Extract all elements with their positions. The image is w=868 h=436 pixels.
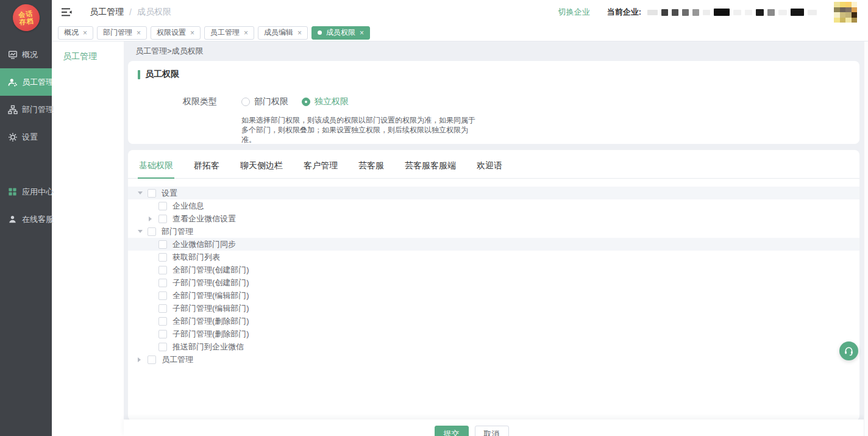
section-title: 员工权限: [145, 69, 179, 80]
breadcrumb-root[interactable]: 员工管理: [90, 7, 124, 18]
tree-row-all-dept-create[interactable]: 全部门管理(创建部门): [128, 263, 859, 276]
user-avatar[interactable]: [834, 2, 857, 23]
tab-chat-sidebar[interactable]: 聊天侧边栏: [239, 156, 284, 179]
caret-right-icon[interactable]: [149, 216, 158, 221]
sidebar-item-department-management[interactable]: 部门管理: [0, 96, 52, 123]
radio-selected-icon[interactable]: [302, 98, 310, 106]
sidebar-item-overview[interactable]: 概况: [0, 41, 52, 68]
checkbox[interactable]: [148, 356, 156, 364]
tab-group-expansion[interactable]: 群拓客: [193, 156, 221, 179]
tree-label: 子部门管理(编辑部门): [173, 303, 249, 314]
header-right: 切换企业 当前企业:: [558, 2, 857, 23]
page-tab-member-permission[interactable]: 成员权限 ×: [311, 26, 370, 40]
caret-right-icon[interactable]: [138, 357, 148, 362]
checkbox[interactable]: [158, 215, 167, 223]
dashboard-icon: [8, 50, 18, 60]
staff-icon: [8, 77, 18, 87]
tab-basic-permission[interactable]: 基础权限: [138, 156, 174, 179]
tree-row-settings[interactable]: 设置: [128, 187, 859, 199]
sidebar-item-label: 设置: [22, 132, 38, 143]
checkbox[interactable]: [158, 343, 167, 351]
tree-row-staff-management[interactable]: 员工管理: [128, 353, 859, 366]
checkbox[interactable]: [158, 266, 167, 274]
page-tab-permission-settings[interactable]: 权限设置 ×: [151, 26, 201, 40]
checkbox[interactable]: [158, 330, 167, 338]
page-tab-member-edit[interactable]: 成员编辑 ×: [258, 26, 308, 40]
checkbox[interactable]: [148, 189, 156, 198]
tree-row-push-dept-to-wecom[interactable]: 推送部门到企业微信: [128, 340, 859, 353]
tree-row-view-wecom-settings[interactable]: 查看企业微信设置: [128, 212, 859, 225]
submit-button[interactable]: 提交: [435, 426, 469, 436]
sidebar-item-online-support[interactable]: 在线客服: [0, 205, 52, 233]
tree-row-get-department-list[interactable]: 获取部门列表: [128, 251, 859, 263]
tab-yun-kefu[interactable]: 芸客服: [357, 156, 385, 179]
close-icon[interactable]: ×: [190, 29, 194, 37]
close-icon[interactable]: ×: [83, 29, 87, 37]
scrollbar-track[interactable]: [864, 41, 868, 436]
sidebar-item-label: 概况: [22, 49, 38, 60]
switch-company-link[interactable]: 切换企业: [558, 7, 590, 18]
checkbox[interactable]: [158, 253, 167, 262]
tree-row-sub-dept-create[interactable]: 子部门管理(创建部门): [128, 276, 859, 289]
tree-row-department-management[interactable]: 部门管理: [128, 225, 859, 238]
tree-label: 员工管理: [162, 354, 193, 365]
tree-label: 全部门管理(编辑部门): [173, 290, 249, 301]
sidebar-spacer: [0, 151, 52, 178]
tree-label: 全部门管理(创建部门): [173, 265, 249, 276]
checkbox[interactable]: [148, 227, 156, 236]
tree-row-wecom-department-sync[interactable]: 企业微信部门同步: [128, 238, 859, 251]
tree-label: 推送部门到企业微信: [173, 341, 244, 352]
collapse-menu-icon[interactable]: [62, 7, 73, 17]
tree-row-all-dept-delete[interactable]: 全部门管理(删除部门): [128, 315, 859, 327]
page-tab-overview[interactable]: 概况 ×: [58, 26, 93, 40]
main-content: 员工管理>成员权限 员工权限 权限类型 部门权限 独立权限: [124, 41, 868, 436]
sidebar-item-settings[interactable]: 设置: [0, 123, 52, 151]
tree-row-sub-dept-delete[interactable]: 子部门管理(删除部门): [128, 327, 859, 340]
header: 员工管理 / 成员权限 切换企业 当前企业:: [52, 0, 868, 24]
checkbox[interactable]: [158, 291, 167, 300]
close-icon[interactable]: ×: [297, 29, 302, 37]
tree-label: 查看企业微信设置: [173, 213, 236, 224]
active-dot-icon: [318, 30, 322, 35]
close-icon[interactable]: ×: [137, 29, 141, 37]
radio-department-permission[interactable]: 部门权限: [241, 96, 288, 107]
app-logo[interactable]: 会话 存档: [11, 3, 40, 32]
caret-down-icon[interactable]: [138, 191, 148, 195]
permission-type-card: 员工权限 权限类型 部门权限 独立权限 如果选择部门权限，则该成员的权限以部门设…: [128, 61, 859, 144]
caret-down-icon[interactable]: [138, 230, 148, 233]
breadcrumb: 员工管理 / 成员权限: [90, 7, 171, 18]
secondary-sidebar-item-staff-management[interactable]: 员工管理: [52, 41, 124, 62]
permission-help-text: 如果选择部门权限，则该成员的权限以部门设置的权限为准，如果同属于多个部门，则权限…: [241, 115, 480, 145]
sidebar-item-app-center[interactable]: 应用中心: [0, 178, 52, 205]
checkbox[interactable]: [158, 240, 167, 249]
sidebar-nav: 概况 员工管理 部门管理 设置: [0, 41, 52, 233]
close-icon[interactable]: ×: [360, 29, 364, 37]
section-header: 员工权限: [138, 69, 850, 80]
sidebar-item-label: 在线客服: [22, 214, 54, 225]
checkbox[interactable]: [158, 279, 167, 287]
tab-yun-kefu-client[interactable]: 芸客服客服端: [404, 156, 457, 179]
page-tab-staff-management[interactable]: 员工管理 ×: [204, 26, 254, 40]
checkbox[interactable]: [158, 304, 167, 313]
tree-row-sub-dept-edit[interactable]: 子部门管理(编辑部门): [128, 302, 859, 315]
footer-action-bar: 提交 取消: [124, 420, 868, 436]
page-breadcrumb: 员工管理>成员权限: [124, 41, 868, 61]
customer-service-float-button[interactable]: [839, 341, 858, 360]
sidebar-item-staff-management[interactable]: 员工管理: [0, 68, 52, 96]
tree-row-company-info[interactable]: 企业信息: [128, 199, 859, 212]
checkbox[interactable]: [158, 317, 167, 326]
radio-independent-permission[interactable]: 独立权限: [302, 96, 349, 107]
tab-customer-management[interactable]: 客户管理: [302, 156, 339, 179]
logo-text-line2: 存档: [19, 17, 34, 26]
tab-welcome-message[interactable]: 欢迎语: [475, 156, 503, 179]
close-icon[interactable]: ×: [244, 29, 248, 37]
checkbox[interactable]: [158, 202, 167, 210]
sidebar-item-label: 部门管理: [22, 104, 54, 115]
page-tab-department-management[interactable]: 部门管理 ×: [97, 26, 147, 40]
tree-row-all-dept-edit[interactable]: 全部门管理(编辑部门): [128, 289, 859, 302]
radio-icon[interactable]: [241, 98, 250, 106]
sidebar-item-label: 应用中心: [22, 187, 54, 198]
tree-label: 设置: [162, 188, 177, 199]
tab-label: 概况: [64, 27, 79, 38]
cancel-button[interactable]: 取消: [475, 426, 509, 436]
